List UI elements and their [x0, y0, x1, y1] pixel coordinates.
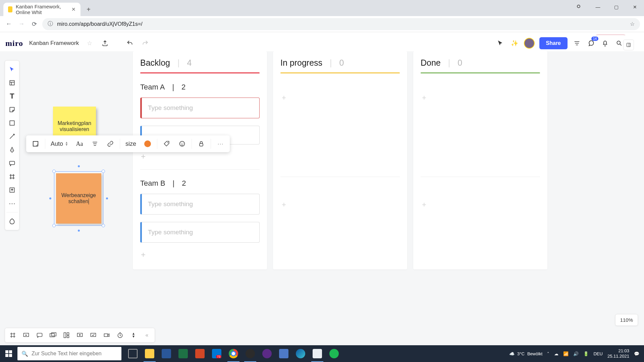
empty-drop-zone[interactable]: +: [421, 194, 540, 215]
close-window-button[interactable]: ✕: [626, 0, 644, 14]
activity-icon[interactable]: [128, 329, 139, 341]
frames-panel-icon[interactable]: [7, 329, 18, 341]
chrome-icon[interactable]: [225, 345, 241, 362]
templates-tool[interactable]: [6, 77, 18, 89]
sticky-type-icon[interactable]: [30, 138, 42, 150]
color-swatch[interactable]: [142, 138, 154, 150]
settings-icon[interactable]: [572, 39, 582, 48]
minimize-button[interactable]: —: [589, 0, 607, 14]
kanban-column-backlog[interactable]: Backlog | 4 Team A | 2 Type something + …: [133, 51, 267, 269]
search-icon[interactable]: [614, 39, 624, 48]
column-header[interactable]: In progress | 0: [280, 58, 400, 68]
new-tab-button[interactable]: +: [83, 4, 94, 15]
pen-tool[interactable]: [6, 144, 18, 156]
empty-drop-zone[interactable]: +: [280, 194, 400, 215]
bookmark-star-icon[interactable]: ☆: [630, 21, 635, 27]
voting-icon[interactable]: [88, 329, 99, 341]
edge-handle-w[interactable]: [49, 197, 51, 199]
video-icon[interactable]: [101, 329, 112, 341]
text-style-icon[interactable]: Aa: [73, 138, 86, 150]
cursor-mode-icon[interactable]: [496, 39, 505, 48]
notifications-icon[interactable]: 💬: [634, 351, 639, 356]
lock-icon[interactable]: [195, 138, 207, 150]
line-tool[interactable]: [6, 130, 18, 142]
close-tab-icon[interactable]: ✕: [71, 6, 76, 12]
text-tool[interactable]: T: [6, 90, 18, 102]
add-card-button[interactable]: +: [140, 250, 260, 259]
column-header[interactable]: Backlog | 4: [140, 58, 260, 68]
rotate-handle[interactable]: [78, 165, 80, 167]
screen-share-icon[interactable]: [74, 329, 86, 341]
kanban-card[interactable]: Type something: [140, 194, 260, 215]
miro-logo[interactable]: miro: [5, 39, 23, 48]
swimlane-header[interactable]: Team B | 2: [140, 179, 260, 188]
obs-icon[interactable]: [242, 345, 258, 362]
zoom-indicator[interactable]: 110%: [615, 314, 638, 326]
kanban-card[interactable]: Type something: [140, 98, 260, 118]
edge-handle-s[interactable]: [78, 230, 80, 232]
back-button[interactable]: ←: [4, 19, 13, 29]
comment-tool[interactable]: [6, 157, 18, 169]
edge-handle-e[interactable]: [106, 197, 108, 199]
kanban-column-inprogress[interactable]: In progress | 0 + +: [273, 51, 407, 269]
stepper-icon[interactable]: ▲▼: [65, 141, 68, 146]
auto-size-control[interactable]: Auto ▲▼: [49, 138, 70, 150]
more-tools[interactable]: ⋯: [6, 197, 18, 209]
reactions-icon[interactable]: ✨: [510, 39, 519, 48]
shape-tool[interactable]: [6, 117, 18, 129]
more-icon[interactable]: ⋯: [214, 138, 226, 150]
collapse-bottom-icon[interactable]: «: [141, 329, 153, 341]
tag-icon[interactable]: [161, 138, 173, 150]
timer-icon[interactable]: [114, 329, 126, 341]
app-icon[interactable]: [259, 345, 275, 362]
sticky-note-selected[interactable]: Werbeanzeige schalten: [54, 171, 103, 226]
align-icon[interactable]: [89, 138, 101, 150]
word-icon[interactable]: [158, 345, 174, 362]
card-panel-icon[interactable]: [47, 329, 59, 341]
address-bar[interactable]: ⓘ miro.com/app/board/uXjVOf8yZ1s=/ ☆: [42, 18, 640, 30]
select-tool[interactable]: [6, 63, 18, 75]
collaborator-avatar[interactable]: [524, 38, 535, 49]
resize-handle-nw[interactable]: [52, 170, 56, 173]
edge-icon[interactable]: [292, 345, 309, 362]
frame-tool[interactable]: [6, 171, 18, 183]
link-icon[interactable]: [104, 138, 116, 150]
resize-handle-se[interactable]: [102, 224, 105, 227]
volume-icon[interactable]: 🔊: [573, 351, 579, 356]
onedrive-icon[interactable]: ☁: [554, 351, 558, 356]
network-icon[interactable]: 📶: [563, 351, 569, 356]
kanban-card[interactable]: Type something: [140, 222, 260, 243]
taskbar-search[interactable]: 🔍 Zur Suche Text hier eingeben: [17, 347, 121, 360]
emoji-icon[interactable]: [176, 138, 188, 150]
column-header[interactable]: Done | 0: [421, 58, 540, 68]
empty-drop-zone[interactable]: +: [280, 87, 400, 108]
bell-icon[interactable]: [600, 39, 610, 48]
favorite-star-icon[interactable]: ☆: [85, 39, 94, 48]
task-view-icon[interactable]: [125, 345, 141, 362]
forward-button[interactable]: →: [17, 19, 26, 29]
site-info-icon[interactable]: ⓘ: [48, 20, 53, 27]
share-button[interactable]: Share: [539, 37, 568, 49]
explorer-icon[interactable]: [142, 345, 158, 362]
sticky-tool[interactable]: [6, 104, 18, 116]
reload-button[interactable]: ⟳: [30, 19, 39, 29]
upload-tool[interactable]: [6, 184, 18, 196]
activity-panel-toggle[interactable]: [623, 40, 634, 50]
swimlane-header[interactable]: Team A | 2: [140, 83, 260, 92]
weather-widget[interactable]: ☁️ 3°C Bewölkt: [509, 351, 542, 356]
maximize-button[interactable]: ▢: [607, 0, 626, 14]
resize-handle-ne[interactable]: [102, 170, 105, 173]
miro-canvas[interactable]: Marketingplan visualisieren Werbeanzeige…: [0, 51, 644, 345]
sticky-note-orange[interactable]: Werbeanzeige schalten: [56, 173, 101, 224]
app-icon[interactable]: [276, 345, 292, 362]
kanban-column-done[interactable]: Done | 0 + +: [413, 51, 547, 269]
spotify-icon[interactable]: [326, 345, 342, 362]
empty-drop-zone[interactable]: +: [421, 87, 540, 108]
excel-icon[interactable]: [175, 345, 191, 362]
battery-icon[interactable]: 🔋: [583, 351, 589, 356]
tab-overflow-icon[interactable]: [577, 5, 580, 8]
language-indicator[interactable]: DEU: [593, 351, 602, 356]
comments-icon[interactable]: 14: [586, 39, 596, 48]
redo-icon[interactable]: [141, 39, 150, 48]
tray-chevron-icon[interactable]: ˄: [547, 351, 549, 356]
